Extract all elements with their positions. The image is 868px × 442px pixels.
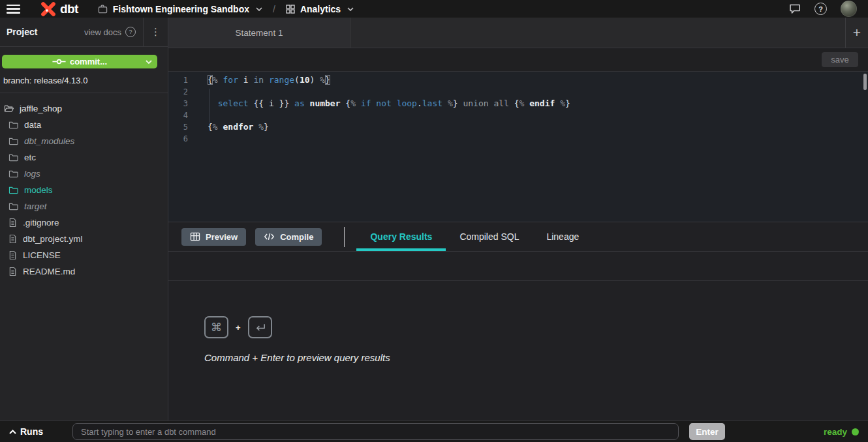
tree-item-dbt-project-yml[interactable]: dbt_project.yml: [0, 231, 168, 247]
command-key-icon: ⌘: [204, 316, 228, 338]
file-icon: [8, 218, 17, 228]
code-line-2: [208, 86, 570, 98]
help-qmark: ?: [818, 5, 823, 13]
tree-item-etc[interactable]: etc: [0, 149, 168, 166]
breadcrumb-separator: /: [273, 4, 275, 14]
commit-button[interactable]: commit...: [2, 55, 157, 68]
tree-item-label: LICENSE: [23, 250, 61, 260]
project-name: Analytics: [300, 4, 341, 14]
status-dot-icon: [852, 428, 859, 435]
compile-label: Compile: [280, 232, 313, 242]
tree-item-license[interactable]: LICENSE: [0, 247, 168, 263]
code-editor[interactable]: 123456 {% for i in range(10) %} select {…: [168, 72, 868, 222]
top-bar: dbt Fishtown Engineering Sandbox / Analy…: [0, 0, 868, 18]
code-line-1: {% for i in range(10) %}: [208, 74, 570, 86]
results-panel: Preview Compile Query ResultsCompiled SQ…: [168, 222, 868, 420]
code-line-3: select {{ i }} as number {% if not loop.…: [208, 98, 570, 110]
tree-item--gitignore[interactable]: .gitignore: [0, 214, 168, 231]
menu-icon[interactable]: [7, 5, 20, 14]
tree-item-label: data: [24, 120, 41, 130]
tree-item-label: dbt_modules: [24, 136, 74, 146]
shortcut-hint: Command + Enter to preview query results: [204, 352, 868, 363]
chat-icon[interactable]: [789, 3, 801, 14]
folder-icon: [8, 153, 18, 162]
preview-button[interactable]: Preview: [181, 228, 246, 246]
toolbar-divider: [344, 227, 345, 247]
tree-item-label: logs: [24, 169, 40, 179]
file-icon: [8, 267, 17, 276]
view-docs-link[interactable]: view docs ?: [84, 27, 143, 37]
tree-item-jaffle-shop[interactable]: jaffle_shop: [0, 100, 168, 117]
tab-label: Statement 1: [236, 28, 283, 38]
results-tabs: Query ResultsCompiled SQLLineage: [356, 222, 593, 251]
project-switcher[interactable]: Analytics: [286, 4, 354, 14]
main-area: Statement 1 + save 123456 {% for i in ra…: [168, 18, 868, 420]
branch-label: branch: release/4.13.0: [0, 68, 168, 93]
line-number-gutter: 123456: [168, 74, 202, 222]
tree-item-label: etc: [24, 153, 36, 162]
new-tab-button[interactable]: +: [845, 18, 868, 48]
help-icon[interactable]: ?: [814, 3, 827, 15]
sidebar-header: Project view docs ? ⋮: [0, 18, 168, 47]
editor-scrollbar[interactable]: [863, 74, 867, 90]
tree-item-readme-md[interactable]: README.md: [0, 263, 168, 280]
results-content: ⌘ + Command + Enter to preview query res…: [168, 281, 868, 363]
runs-toggle[interactable]: Runs: [9, 426, 43, 437]
briefcase-icon: [98, 5, 108, 14]
tree-item-dbt-modules[interactable]: dbt_modules: [0, 133, 168, 149]
view-docs-label: view docs: [84, 27, 121, 37]
commit-label: commit...: [70, 57, 107, 66]
preview-label: Preview: [206, 232, 238, 242]
tab-statement-1[interactable]: Statement 1: [168, 18, 350, 48]
indent-guide: [209, 89, 209, 123]
tree-item-label: .gitignore: [23, 218, 59, 228]
kebab-menu-icon[interactable]: ⋮: [143, 18, 168, 46]
dbt-command-input[interactable]: [72, 423, 679, 440]
code-content: {% for i in range(10) %} select {{ i }} …: [202, 74, 570, 222]
dbt-logo-text: dbt: [60, 2, 78, 16]
panel-tab-query-results[interactable]: Query Results: [356, 222, 446, 251]
folder-icon: [8, 186, 18, 194]
code-icon: [264, 232, 275, 241]
tree-item-models[interactable]: models: [0, 182, 168, 198]
tree-item-label: jaffle_shop: [20, 104, 62, 113]
folder-open-icon: [4, 104, 14, 113]
folder-icon: [8, 121, 18, 129]
results-header-strip: [168, 252, 868, 281]
file-tree: jaffle_shopdatadbt_modulesetclogsmodelst…: [0, 93, 168, 280]
tree-item-label: models: [24, 185, 53, 195]
folder-icon: [8, 137, 18, 145]
sidebar-title: Project: [7, 27, 37, 37]
tree-item-data[interactable]: data: [0, 117, 168, 133]
enter-button[interactable]: Enter: [689, 423, 725, 440]
status-bar: Runs Enter ready: [0, 420, 868, 442]
tree-item-target[interactable]: target: [0, 198, 168, 214]
tree-item-logs[interactable]: logs: [0, 166, 168, 182]
enter-key-icon: [248, 316, 272, 338]
compile-button[interactable]: Compile: [255, 228, 322, 246]
file-icon: [8, 250, 17, 260]
docs-help-icon: ?: [125, 27, 136, 37]
sidebar: Project view docs ? ⋮ commit... branch: …: [0, 18, 168, 420]
tree-item-label: dbt_project.yml: [23, 234, 83, 244]
chevron-down-icon: [347, 7, 354, 11]
save-button[interactable]: save: [822, 52, 858, 67]
chevron-down-icon[interactable]: [146, 60, 152, 64]
results-toolbar: Preview Compile Query ResultsCompiled SQ…: [168, 222, 868, 252]
tree-item-label: target: [24, 201, 47, 211]
top-bar-actions: ?: [789, 1, 868, 17]
editor-tab-bar: Statement 1 +: [168, 18, 868, 48]
panel-tab-lineage[interactable]: Lineage: [533, 222, 593, 251]
code-line-4: [208, 110, 570, 121]
user-avatar[interactable]: [841, 1, 857, 17]
dbt-cloud-ide: dbt Fishtown Engineering Sandbox / Analy…: [0, 0, 868, 442]
tree-item-label: README.md: [23, 267, 75, 276]
folder-icon: [8, 202, 18, 211]
account-switcher[interactable]: Fishtown Engineering Sandbox: [98, 4, 262, 14]
runs-label: Runs: [20, 426, 43, 437]
code-line-6: [208, 133, 570, 145]
panel-tab-compiled-sql[interactable]: Compiled SQL: [446, 222, 533, 251]
ready-label: ready: [824, 427, 847, 437]
file-icon: [8, 234, 17, 244]
dbt-logo: dbt: [40, 1, 78, 17]
